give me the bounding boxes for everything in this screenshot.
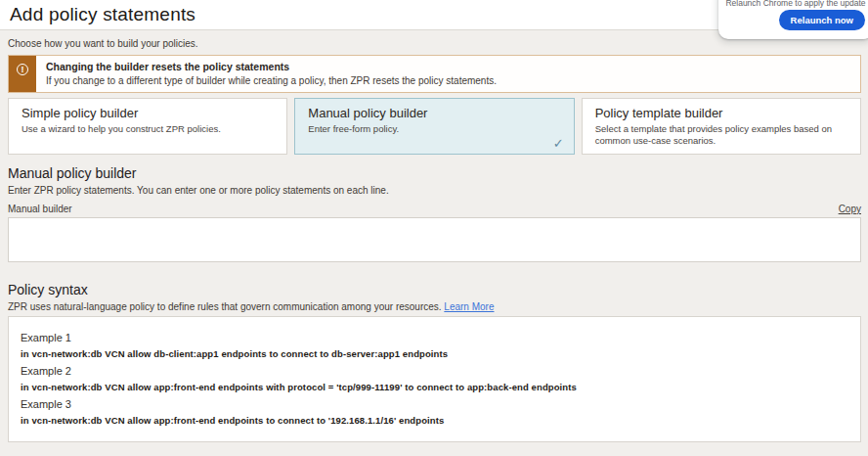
example-statement: in vcn-network:db VCN allow app:front-en…	[21, 382, 848, 392]
copy-link[interactable]: Copy	[839, 204, 861, 214]
example-label: Example 2	[21, 365, 848, 377]
browser-update-popup: Relaunch Chrome to apply the update Rela…	[718, 0, 868, 39]
card-description: Use a wizard to help you construct ZPR p…	[22, 123, 274, 135]
manual-builder-label-row: Manual builder Copy	[8, 204, 861, 214]
checkmark-icon: ✓	[553, 136, 564, 151]
builder-cards-row: Simple policy builder Use a wizard to he…	[8, 98, 861, 155]
card-title: Manual policy builder	[308, 106, 560, 120]
manual-builder-textarea[interactable]	[8, 217, 861, 262]
policy-syntax-description: ZPR uses natural-language policy to defi…	[8, 301, 861, 312]
warning-banner-content: Changing the builder resets the policy s…	[36, 56, 506, 92]
card-title: Simple policy builder	[22, 106, 274, 120]
manual-builder-field-label: Manual builder	[8, 204, 72, 214]
example-statement: in vcn-network:db VCN allow app:front-en…	[21, 415, 848, 426]
card-simple-policy-builder[interactable]: Simple policy builder Use a wizard to he…	[8, 98, 287, 155]
policy-syntax-description-text: ZPR uses natural-language policy to defi…	[8, 301, 442, 312]
main-content: Choose how you want to build your polici…	[0, 38, 868, 442]
manual-builder-heading: Manual policy builder	[8, 165, 861, 181]
intro-text: Choose how you want to build your polici…	[8, 38, 861, 49]
card-policy-template-builder[interactable]: Policy template builder Select a templat…	[582, 98, 861, 155]
policy-examples-box: Example 1 in vcn-network:db VCN allow db…	[8, 316, 861, 442]
example-label: Example 3	[21, 398, 848, 410]
relaunch-now-button[interactable]: Relaunch now	[779, 10, 865, 30]
card-description: Select a template that provides policy e…	[595, 123, 847, 147]
warning-icon-block: !	[9, 56, 36, 92]
update-popup-message: Relaunch Chrome to apply the update	[718, 0, 868, 8]
card-manual-policy-builder[interactable]: Manual policy builder Enter free-form po…	[294, 98, 574, 155]
alert-icon: !	[17, 64, 28, 75]
card-description: Enter free-form policy.	[308, 123, 560, 135]
warning-banner-title: Changing the builder resets the policy s…	[46, 61, 497, 72]
warning-banner: ! Changing the builder resets the policy…	[8, 55, 861, 93]
learn-more-link[interactable]: Learn More	[444, 301, 494, 312]
example-label: Example 1	[21, 332, 848, 343]
warning-banner-body: If you change to a different type of bui…	[46, 75, 497, 86]
policy-syntax-heading: Policy syntax	[8, 282, 861, 297]
example-statement: in vcn-network:db VCN allow db-client:ap…	[21, 348, 848, 359]
card-title: Policy template builder	[595, 106, 847, 120]
manual-builder-description: Enter ZPR policy statements. You can ent…	[8, 185, 861, 196]
